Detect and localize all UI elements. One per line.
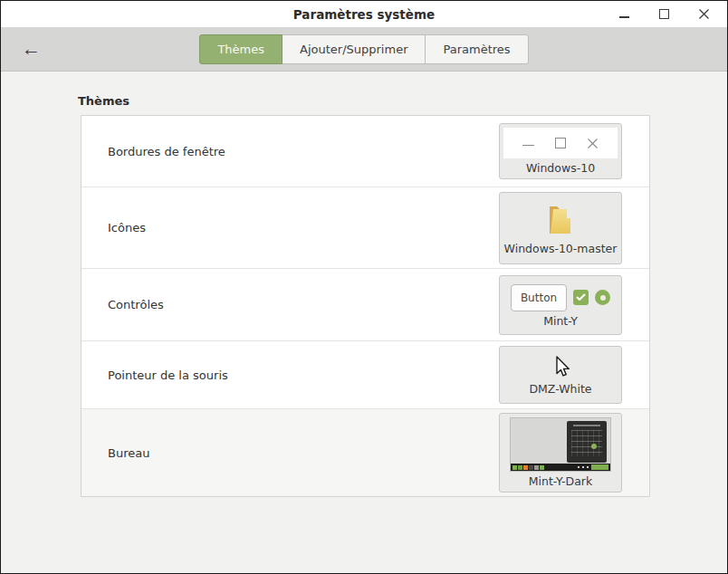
app-icon	[540, 465, 544, 470]
tray-icon	[582, 466, 584, 468]
row-window-borders: Bordures de fenêtre Windows-10	[81, 116, 649, 187]
maximize-icon	[659, 9, 669, 19]
toolbar: ← Thèmes Ajouter/Supprimer Paramètres	[1, 27, 727, 72]
mouse-pointer-chooser-button[interactable]: DMZ-White	[499, 346, 622, 404]
radio-checked-icon	[595, 290, 610, 305]
window-borders-chooser-button[interactable]: Windows-10	[499, 123, 622, 179]
tab-group: Thèmes Ajouter/Supprimer Paramètres	[199, 34, 528, 64]
cursor-arrow-icon	[551, 355, 570, 379]
back-arrow-icon: ←	[22, 38, 41, 60]
desktop-chooser-button[interactable]: Mint-Y-Dark	[499, 413, 622, 493]
titlebar: Paramètres système	[1, 1, 727, 27]
taskbar-preview	[511, 464, 610, 471]
window-buttons-preview	[503, 128, 618, 158]
tab-settings[interactable]: Paramètres	[425, 34, 528, 64]
tray-icon	[587, 466, 589, 468]
app-icon	[523, 465, 528, 470]
row-label: Pointeur de la souris	[108, 368, 228, 382]
chooser-value: Windows-10-master	[504, 242, 618, 255]
themes-list: Bordures de fenêtre Windows-10 Icônes	[81, 115, 650, 497]
chooser-value: Mint-Y	[543, 314, 578, 328]
row-icons: Icônes Windows-10-master	[81, 187, 649, 268]
chooser-value: Mint-Y-Dark	[529, 474, 592, 488]
folder-icon	[541, 201, 580, 239]
close-button[interactable]	[694, 5, 713, 24]
clock-area	[591, 464, 608, 470]
row-label: Contrôles	[108, 298, 164, 311]
app-icon	[518, 465, 522, 470]
row-mouse-pointer: Pointeur de la souris DMZ-White	[81, 340, 649, 408]
menu-icon	[512, 465, 517, 470]
maximize-button[interactable]	[655, 5, 673, 24]
calendar-applet-preview	[567, 421, 607, 463]
close-icon	[698, 8, 710, 20]
controls-chooser-button[interactable]: Button Mint-Y	[499, 275, 622, 335]
tab-add-remove[interactable]: Ajouter/Supprimer	[282, 34, 426, 64]
row-label: Bordures de fenêtre	[108, 145, 225, 158]
chooser-value: Windows-10	[526, 161, 595, 175]
controls-preview: Button	[511, 284, 610, 311]
sample-button: Button	[511, 284, 567, 311]
app-icon	[529, 465, 533, 470]
selected-day-dot	[591, 444, 597, 449]
app-icon	[534, 465, 539, 470]
row-label: Icônes	[108, 221, 146, 234]
main-content: Thèmes Bordures de fenêtre Windows-10	[1, 72, 727, 573]
tab-themes[interactable]: Thèmes	[199, 34, 283, 64]
minimize-icon	[619, 16, 629, 18]
desktop-theme-preview	[510, 417, 611, 472]
row-desktop: Bureau	[81, 408, 649, 496]
settings-window: Paramètres système ← Thèmes Ajouter/Supp…	[0, 0, 728, 574]
close-icon	[587, 138, 599, 149]
checkbox-checked-icon	[573, 290, 589, 305]
minimize-icon	[522, 145, 534, 147]
tray-icon	[578, 466, 580, 468]
row-controls: Contrôles Button Mint-Y	[81, 268, 649, 340]
minimize-button[interactable]	[615, 5, 633, 24]
row-label: Bureau	[108, 446, 149, 460]
section-heading: Thèmes	[78, 94, 727, 108]
maximize-icon	[555, 138, 566, 148]
back-button[interactable]: ←	[14, 27, 48, 71]
icons-chooser-button[interactable]: Windows-10-master	[499, 192, 622, 264]
window-controls	[615, 5, 727, 24]
chooser-value: DMZ-White	[529, 382, 591, 396]
